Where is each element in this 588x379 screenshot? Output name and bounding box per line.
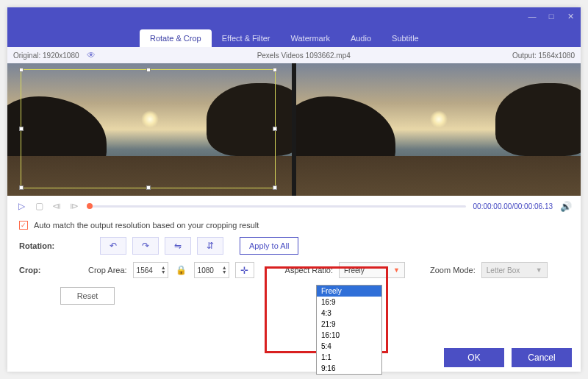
aspect-option[interactable]: Freely xyxy=(317,286,381,297)
aspect-option[interactable]: 21:9 xyxy=(317,319,381,330)
info-bar: Original: 1920x1080 👁 Pexels Videos 1093… xyxy=(7,47,581,63)
crop-area-label: Crop Area: xyxy=(88,266,127,274)
seek-thumb[interactable] xyxy=(87,203,93,209)
crop-height-input[interactable]: 1080▲▼ xyxy=(194,262,229,278)
playback-bar: ▷ ▢ ⧏ ⧐ 00:00:00.00/00:00:06.13 🔊 xyxy=(7,196,581,216)
aspect-option[interactable]: 9:16 xyxy=(317,363,381,374)
play-button[interactable]: ▷ xyxy=(16,201,26,211)
zoom-mode-label: Zoom Mode: xyxy=(430,266,476,274)
center-crop-button[interactable]: ✛ xyxy=(235,262,254,278)
aspect-ratio-label: Aspect Ratio: xyxy=(285,266,333,274)
time-display: 00:00:00.00/00:00:06.13 xyxy=(473,202,553,210)
aspect-option[interactable]: 1:1 xyxy=(317,352,381,363)
tab-audio[interactable]: Audio xyxy=(340,29,381,47)
aspect-option[interactable]: 16:9 xyxy=(317,297,381,308)
filename: Pexels Videos 1093662.mp4 xyxy=(96,52,512,60)
rotation-label: Rotation: xyxy=(19,241,59,250)
next-frame-button[interactable]: ⧐ xyxy=(69,201,79,211)
tab-watermark[interactable]: Watermark xyxy=(281,29,340,47)
aspect-ratio-dropdown: Freely 16:9 4:3 21:9 16:10 5:4 1:1 9:16 xyxy=(316,285,382,375)
tab-bar: Rotate & Crop Effect & Filter Watermark … xyxy=(7,25,581,47)
prev-frame-button[interactable]: ⧏ xyxy=(51,201,62,211)
ok-button[interactable]: OK xyxy=(444,348,504,367)
automatch-checkbox[interactable]: ✓ xyxy=(19,221,28,230)
reset-button[interactable]: Reset xyxy=(60,287,115,305)
aspect-option[interactable]: 5:4 xyxy=(317,341,381,352)
flip-horizontal-button[interactable]: ⇋ xyxy=(165,237,191,255)
rotate-ccw-button[interactable]: ↶ xyxy=(100,237,126,255)
crop-label: Crop: xyxy=(19,266,59,274)
controls-panel: ✓ Auto match the output resolution based… xyxy=(7,216,581,309)
flip-vertical-button[interactable]: ⇵ xyxy=(197,237,223,255)
minimize-button[interactable]: — xyxy=(528,12,537,21)
app-window: — □ ✕ Rotate & Crop Effect & Filter Wate… xyxy=(7,7,581,372)
apply-all-button[interactable]: Apply to All xyxy=(240,237,298,255)
zoom-mode-select[interactable]: Letter Box▼ xyxy=(481,262,548,278)
seek-track[interactable] xyxy=(87,205,466,208)
stop-button[interactable]: ▢ xyxy=(34,201,44,211)
automatch-label: Auto match the output resolution based o… xyxy=(34,221,259,230)
preview-original[interactable] xyxy=(7,63,292,196)
original-label: Original: 1920x1080 xyxy=(13,52,79,60)
crop-width-input[interactable]: 1564▲▼ xyxy=(133,262,168,278)
preview-area xyxy=(7,63,581,196)
maximize-button[interactable]: □ xyxy=(547,12,556,21)
aspect-option[interactable]: 4:3 xyxy=(317,308,381,319)
rotate-cw-button[interactable]: ↷ xyxy=(132,237,159,255)
titlebar: — □ ✕ xyxy=(7,7,581,25)
tab-effect-filter[interactable]: Effect & Filter xyxy=(212,29,281,47)
preview-toggle-icon[interactable]: 👁 xyxy=(87,50,96,60)
output-label: Output: 1564x1080 xyxy=(512,52,575,60)
close-button[interactable]: ✕ xyxy=(566,12,575,21)
cancel-button[interactable]: Cancel xyxy=(512,348,572,367)
footer-buttons: OK Cancel xyxy=(444,348,572,367)
volume-icon[interactable]: 🔊 xyxy=(560,201,572,212)
lock-aspect-icon[interactable]: 🔒 xyxy=(174,265,188,275)
aspect-option[interactable]: 16:10 xyxy=(317,330,381,341)
tab-subtitle[interactable]: Subtitle xyxy=(381,29,429,47)
tab-rotate-crop[interactable]: Rotate & Crop xyxy=(140,29,212,47)
aspect-ratio-select[interactable]: Freely▼ xyxy=(339,262,405,278)
preview-output xyxy=(292,63,581,196)
